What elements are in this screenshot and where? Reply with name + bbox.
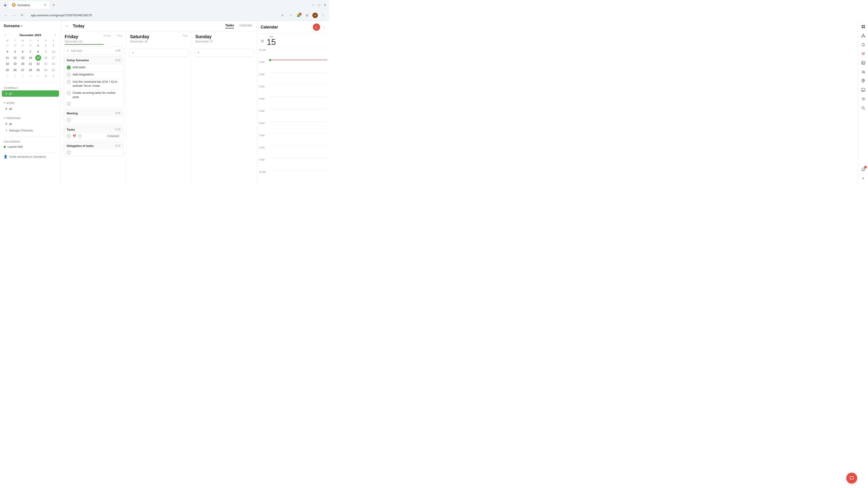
friday-actions: Focus · Plan <box>103 34 123 37</box>
cal-day-20[interactable]: 20 <box>20 61 26 67</box>
cal-day-5[interactable]: 5 <box>12 49 18 55</box>
saturday-plan-action[interactable]: Plan <box>182 34 188 37</box>
invite-user-button[interactable]: 👤 Invite someone to Sunsama <box>0 153 61 160</box>
cal-day-30[interactable]: 30 <box>43 67 49 73</box>
delegation-footer-check[interactable] <box>67 151 71 155</box>
today-label[interactable]: Today <box>73 24 85 29</box>
profile-icon[interactable]: A <box>312 12 318 19</box>
calendars-section-header[interactable]: CALENDARS <box>0 139 61 144</box>
cal-day-5-jan[interactable]: 5 <box>35 73 41 79</box>
right-panel-avatar[interactable]: L <box>313 24 320 31</box>
cal-day-4-jan[interactable]: 4 <box>28 73 33 79</box>
cal-day-12[interactable]: 12 <box>12 55 18 61</box>
cal-day-29-nov[interactable]: 29 <box>20 43 26 48</box>
calendar-prev-button[interactable]: ‹ <box>4 33 7 37</box>
right-panel-close-button[interactable]: → <box>322 25 326 29</box>
tasks-clock-icon[interactable]: 🕐 <box>78 134 82 138</box>
cal-day-27-nov[interactable]: 27 <box>4 43 10 48</box>
cal-day-27[interactable]: 27 <box>20 67 26 73</box>
cal-day-7[interactable]: 7 <box>28 49 33 55</box>
bookmark-icon[interactable]: ☆ <box>287 12 294 19</box>
back-button[interactable]: ← <box>3 12 9 19</box>
maximize-button[interactable]: □ <box>318 3 320 7</box>
cal-day-6-jan[interactable]: 6 <box>43 73 49 79</box>
check-recurring[interactable] <box>67 91 71 95</box>
new-tab-button[interactable]: + <box>51 2 57 8</box>
cal-day-14[interactable]: 14 <box>28 55 33 61</box>
cal-day-25[interactable]: 25 <box>4 67 10 73</box>
active-tab[interactable]: Sunsama ✕ <box>9 1 50 9</box>
cal-day-19[interactable]: 19 <box>12 61 18 67</box>
cal-day-8[interactable]: 8 <box>35 49 41 55</box>
friday-focus-action[interactable]: Focus <box>103 34 111 37</box>
browser-nav-left[interactable]: ◀ <box>3 2 7 8</box>
cal-day-10[interactable]: 10 <box>51 49 57 55</box>
meeting-footer-check[interactable] <box>67 118 71 122</box>
cal-day-30-nov[interactable]: 30 <box>28 43 33 48</box>
menu-icon[interactable]: ⋮ <box>320 12 327 19</box>
check-add-tasks[interactable]: ✓ <box>67 66 71 70</box>
cal-day-31[interactable]: 31 <box>51 67 57 73</box>
cal-day-4[interactable]: 4 <box>4 49 10 55</box>
tab-tasks[interactable]: Tasks <box>225 24 234 29</box>
tasks-calendar-icon[interactable]: 📅 <box>72 134 76 138</box>
cal-day-9[interactable]: 9 <box>43 49 49 55</box>
cal-day-16[interactable]: 16 <box>43 55 49 61</box>
check-command-bar[interactable] <box>67 80 71 84</box>
channels-section-header[interactable]: CHANNELS <box>0 86 61 90</box>
address-bar[interactable]: app.sunsama.com/group/17025701040136170 <box>27 12 278 19</box>
tab-close-button[interactable]: ✕ <box>44 3 46 6</box>
nav-icons: ⎋ ☆ 🧩 1 ⊟ A ⋮ <box>279 12 327 19</box>
cal-day-17[interactable]: 17 <box>51 55 57 61</box>
cal-day-6[interactable]: 6 <box>20 49 26 55</box>
saturday-actions: Plan <box>182 34 188 37</box>
cal-day-11[interactable]: 11 <box>4 55 10 61</box>
personal-section-header[interactable]: ▾ PERSONAL <box>0 116 61 121</box>
friday-plan-action[interactable]: Plan <box>117 34 123 37</box>
tab-calendar[interactable]: Calendar <box>239 24 252 29</box>
tab-back-icon[interactable]: ◀ <box>3 2 7 8</box>
minimize-button[interactable]: ─ <box>312 3 315 7</box>
cal-day-28[interactable]: 28 <box>28 67 33 73</box>
friday-date: December 15 <box>65 40 82 43</box>
personal-all-channel[interactable]: # all <box>2 121 59 127</box>
cal-day-1[interactable]: 1 <box>35 43 41 48</box>
close-window-button[interactable]: ✕ <box>324 3 327 7</box>
channel-all-active[interactable]: # all <box>2 90 59 97</box>
work-section-header[interactable]: ▾ WORK <box>0 101 61 105</box>
zoom-in-icon[interactable]: ⊕ <box>260 38 264 43</box>
forward-button[interactable]: → <box>11 12 17 19</box>
planner-back-button[interactable]: ← <box>66 24 69 28</box>
cal-day-24[interactable]: 24 <box>51 61 57 67</box>
cal-day-22[interactable]: 22 <box>35 61 41 67</box>
sidebar-header[interactable]: Sunsama ▾ <box>0 21 61 31</box>
cal-day-13[interactable]: 13 <box>20 55 26 61</box>
check-add-integrations[interactable] <box>67 73 71 77</box>
calendar-next-button[interactable]: › <box>54 33 57 37</box>
cal-day-15-today[interactable]: 15 <box>35 55 41 61</box>
manage-channels-button[interactable]: + Manage Channels <box>2 127 59 133</box>
saturday-add-task-button[interactable]: + <box>129 48 189 57</box>
cal-day-3[interactable]: 3 <box>51 43 57 48</box>
cal-day-2[interactable]: 2 <box>43 43 49 48</box>
add-task-button[interactable]: + Add task 1:05 <box>64 46 123 55</box>
sidebar-icon[interactable]: ⊟ <box>304 12 310 19</box>
work-all-channel[interactable]: # all <box>2 105 59 112</box>
sunday-add-task-button[interactable]: + <box>194 48 254 57</box>
cal-day-28-nov[interactable]: 28 <box>12 43 18 48</box>
time-9am: 9 AM <box>259 158 270 161</box>
cal-day-1-jan[interactable]: 1 <box>4 73 10 79</box>
cal-day-18[interactable]: 18 <box>4 61 10 67</box>
cal-day-23[interactable]: 23 <box>43 61 49 67</box>
setup-footer-check[interactable] <box>67 102 71 106</box>
refresh-button[interactable]: ↻ <box>19 12 25 19</box>
cal-day-3-jan[interactable]: 3 <box>20 73 26 79</box>
cast-icon[interactable]: ⎋ <box>279 12 286 19</box>
cal-day-21[interactable]: 21 <box>28 61 33 67</box>
tasks-footer-check[interactable] <box>67 134 71 138</box>
extension-icon[interactable]: 🧩 1 <box>296 12 302 19</box>
cal-day-29[interactable]: 29 <box>35 67 41 73</box>
cal-day-7-jan[interactable]: 7 <box>51 73 57 79</box>
cal-day-2-jan[interactable]: 2 <box>12 73 18 79</box>
cal-day-26[interactable]: 26 <box>12 67 18 73</box>
